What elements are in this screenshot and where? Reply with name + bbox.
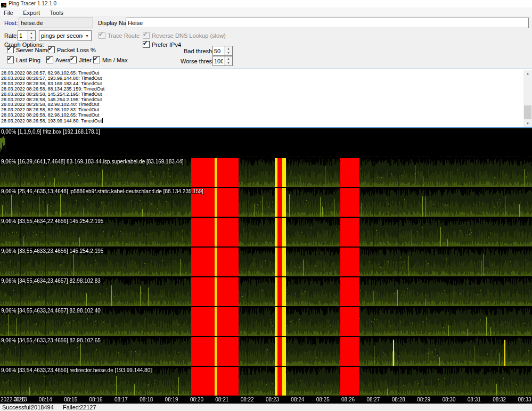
scroll-down-icon[interactable]: ▼ — [523, 120, 532, 128]
failed-label: Failed: — [63, 404, 80, 411]
rate-input[interactable] — [18, 31, 27, 40]
trace-route-label: Trace Route — [108, 32, 140, 39]
time-tick-label: 08:17 — [114, 397, 128, 402]
rate-unit-select[interactable]: pings per second ▼ — [39, 30, 92, 41]
ping-log[interactable]: 28.03.2022 08:26:57, 82.98.102.65: Timed… — [0, 69, 532, 128]
controls-panel: Host: Display Name: Rate: ▲ ▼ pings per … — [0, 16, 532, 69]
last-ping-label: Last Ping — [16, 57, 40, 63]
window-title: Ping Tracer 1.12.1.0 — [9, 0, 56, 7]
time-tick-label: 08:15 — [64, 397, 78, 402]
time-tick-label: 08:33 — [518, 397, 531, 402]
text-caret — [102, 118, 103, 123]
checkbox-box: ✔ — [143, 32, 150, 39]
rate-unit-value: pings per second — [39, 32, 83, 39]
titlebar: Ping Tracer 1.12.1.0 — [0, 0, 532, 7]
checkmark-icon: ✔ — [46, 55, 51, 62]
rate-label: Rate: — [4, 32, 18, 39]
time-tick-label: 08:22 — [240, 397, 254, 402]
bad-threshold-stepper[interactable]: ▲ ▼ — [212, 46, 233, 56]
checkbox-box: ✔ — [99, 32, 105, 39]
checkmark-icon: ✔ — [99, 31, 103, 38]
host-input[interactable] — [19, 18, 93, 28]
menubar: File Export Tools — [0, 7, 532, 16]
checkmark-icon: ✔ — [143, 40, 148, 47]
rate-spin: ▲ ▼ — [27, 31, 35, 40]
server-names-checkbox[interactable]: ✔ Server Names — [7, 46, 53, 53]
time-tick-label: 08:29 — [417, 397, 431, 402]
time-tick-label: 08:20 — [190, 397, 203, 402]
graph-canvas[interactable] — [0, 128, 532, 396]
checkmark-icon: ✔ — [70, 55, 75, 62]
time-tick-label: 08:32 — [493, 397, 506, 402]
min-max-label: Min / Max — [102, 57, 128, 63]
worse-threshold-stepper[interactable]: ▲ ▼ — [212, 56, 233, 66]
bad-threshold-input[interactable] — [213, 46, 224, 55]
checkbox-box: ✔ — [46, 56, 53, 63]
checkmark-icon: ✔ — [7, 55, 12, 62]
log-lines: 28.03.2022 08:26:57, 82.98.102.65: Timed… — [0, 69, 532, 124]
display-name-input[interactable] — [126, 18, 529, 28]
checkbox-box: ✔ — [143, 41, 150, 48]
time-tick-label: 08:28 — [391, 397, 405, 402]
trace-route-checkbox[interactable]: ✔ Trace Route — [99, 32, 140, 39]
prefer-ipv4-checkbox[interactable]: ✔ Prefer IPv4 — [143, 41, 181, 48]
failed-value: 22127 — [80, 404, 96, 411]
last-ping-checkbox[interactable]: ✔ Last Ping — [7, 56, 40, 63]
spin-down-icon[interactable]: ▼ — [225, 51, 232, 56]
host-label: Host: — [4, 20, 18, 26]
time-tick-label: 08:13 — [13, 397, 27, 402]
checkmark-icon: ✔ — [48, 45, 53, 52]
prefer-ipv4-label: Prefer IPv4 — [152, 42, 181, 48]
app-icon — [1, 1, 6, 6]
rate-stepper[interactable]: ▲ ▼ — [18, 30, 36, 41]
jitter-label: Jitter — [79, 57, 92, 63]
successful-label: Successful: — [2, 404, 32, 411]
checkbox-box: ✔ — [48, 46, 55, 53]
time-tick-label: 08:19 — [165, 397, 178, 402]
packet-loss-label: Packet Loss % — [57, 47, 96, 53]
ping-tracer-window: Ping Tracer 1.12.1.0 File Export Tools H… — [0, 0, 532, 411]
status-bar: Successful: 2018494 Failed: 22127 — [0, 404, 532, 411]
checkmark-icon: ✔ — [93, 55, 98, 62]
spin-down-icon[interactable]: ▼ — [225, 61, 232, 66]
checkbox-box: ✔ — [93, 56, 100, 63]
time-tick-label: 08:21 — [215, 397, 229, 402]
min-max-checkbox[interactable]: ✔ Min / Max — [93, 56, 128, 63]
bad-threshold-spin: ▲ ▼ — [224, 46, 232, 55]
time-axis: 2022-3-28 08:1308:1408:1508:1608:1708:18… — [0, 396, 532, 404]
jitter-checkbox[interactable]: ✔ Jitter — [70, 56, 92, 63]
graph-area: 0,00% [1,1,9,0,9] fritz.box [192.168.178… — [0, 128, 532, 396]
scrollbar-thumb[interactable] — [524, 105, 531, 119]
successful-value: 2018494 — [31, 404, 54, 411]
spin-up-icon[interactable]: ▲ — [225, 56, 232, 61]
log-line: 28.03.2022 08:26:58, 193.99.144.80: Time… — [1, 118, 532, 124]
reverse-dns-label: Reverse DNS Lookup (slow) — [152, 32, 226, 39]
spin-up-icon[interactable]: ▲ — [225, 46, 232, 51]
scroll-up-icon[interactable]: ▲ — [523, 70, 532, 78]
chevron-down-icon: ▼ — [83, 34, 91, 38]
time-tick-label: 08:24 — [291, 397, 305, 402]
checkbox-box: ✔ — [7, 46, 14, 53]
spin-up-icon[interactable]: ▲ — [28, 31, 35, 36]
checkbox-box: ✔ — [7, 56, 14, 63]
spin-down-icon[interactable]: ▼ — [28, 36, 35, 40]
time-tick-label: 08:27 — [366, 397, 380, 402]
packet-loss-checkbox[interactable]: ✔ Packet Loss % — [48, 46, 96, 53]
worse-threshold-input[interactable] — [213, 56, 224, 65]
time-tick-label: 08:23 — [266, 397, 280, 402]
time-tick-label: 08:26 — [341, 397, 355, 402]
time-tick-label: 08:18 — [140, 397, 153, 402]
time-tick-label: 08:16 — [89, 397, 103, 402]
time-tick-label: 08:25 — [316, 397, 330, 402]
time-tick-label: 08:30 — [442, 397, 456, 402]
checkmark-icon: ✔ — [7, 45, 12, 52]
log-line: 28.03.2022 08:26:58, 82.98.102.65: Timed… — [1, 113, 532, 118]
log-scrollbar[interactable]: ▲ ▼ — [523, 70, 532, 128]
time-tick-label: 08:31 — [467, 397, 481, 402]
time-tick-label: 08:14 — [38, 397, 52, 402]
worse-threshold-spin: ▲ ▼ — [224, 56, 232, 65]
checkmark-icon: ✔ — [143, 31, 148, 38]
checkbox-box: ✔ — [70, 56, 77, 63]
reverse-dns-checkbox[interactable]: ✔ Reverse DNS Lookup (slow) — [143, 32, 226, 39]
